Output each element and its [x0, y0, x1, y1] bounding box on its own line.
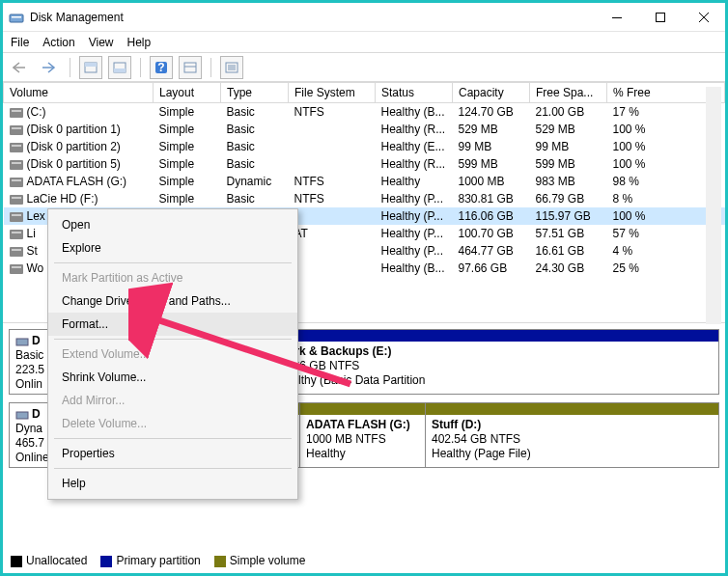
col-capacity[interactable]: Capacity [453, 83, 530, 103]
volume-row[interactable]: (C:)SimpleBasicNTFSHealthy (B...124.70 G… [4, 103, 725, 122]
svg-rect-1 [12, 16, 21, 18]
menubar: File Action View Help [3, 32, 725, 53]
svg-rect-21 [16, 412, 28, 419]
menu-action[interactable]: Action [42, 36, 74, 49]
list-button[interactable] [220, 56, 243, 79]
titlebar: Disk Management [3, 3, 725, 32]
volume-icon [10, 143, 23, 152]
svg-rect-0 [10, 14, 23, 22]
svg-rect-3 [656, 13, 664, 21]
ctx-open[interactable]: Open [48, 213, 297, 236]
ctx-delete: Delete Volume... [48, 412, 297, 435]
col-fs[interactable]: File System [289, 83, 376, 103]
volume-row[interactable]: (Disk 0 partition 5)SimpleBasicHealthy (… [4, 155, 725, 173]
ctx-help[interactable]: Help [48, 472, 297, 495]
help-button[interactable]: ? [150, 56, 173, 79]
svg-rect-9 [85, 63, 97, 67]
col-volume[interactable]: Volume [4, 83, 154, 103]
legend: Unallocated Primary partition Simple vol… [11, 554, 305, 567]
volume-icon [10, 160, 23, 170]
svg-rect-20 [16, 339, 28, 345]
column-headers[interactable]: Volume Layout Type File System Status Ca… [4, 83, 725, 103]
ctx-extend: Extend Volume... [48, 343, 297, 366]
scrollbar[interactable] [706, 87, 721, 324]
view-bottom-button[interactable] [108, 56, 131, 79]
forward-button[interactable] [38, 56, 61, 79]
ctx-mirror: Add Mirror... [48, 389, 297, 412]
app-icon [9, 10, 24, 25]
volume-row[interactable]: ADATA FLASH (G:)SimpleDynamicNTFSHealthy… [4, 173, 725, 190]
volume-icon [10, 178, 23, 187]
menu-view[interactable]: View [89, 36, 114, 49]
settings-button[interactable] [179, 56, 202, 79]
disk1-part3[interactable]: Stuff (D:)402.54 GB NTFSHealthy (Page Fi… [425, 403, 718, 467]
toolbar: ? [3, 53, 725, 82]
ctx-shrink[interactable]: Shrink Volume... [48, 366, 297, 389]
svg-rect-11 [114, 69, 126, 72]
volume-row[interactable]: (Disk 0 partition 1)SimpleBasicHealthy (… [4, 121, 725, 138]
col-layout[interactable]: Layout [154, 83, 221, 103]
disk1-part2[interactable]: ADATA FLASH (G:)1000 MB NTFSHealthy [299, 403, 425, 467]
col-status[interactable]: Status [376, 83, 453, 103]
ctx-properties[interactable]: Properties [48, 442, 297, 465]
back-button[interactable] [9, 56, 32, 79]
ctx-mark-active: Mark Partition as Active [48, 266, 297, 289]
volume-icon [10, 230, 23, 239]
maximize-button[interactable] [638, 3, 682, 31]
volume-icon [10, 247, 23, 257]
view-top-button[interactable] [79, 56, 102, 79]
volume-icon [10, 212, 23, 222]
col-free[interactable]: Free Spa... [530, 83, 607, 103]
ctx-change-letter[interactable]: Change Drive Letter and Paths... [48, 289, 297, 313]
context-menu: Open Explore Mark Partition as Active Ch… [47, 208, 298, 500]
svg-rect-2 [612, 17, 622, 18]
close-button[interactable] [682, 3, 725, 31]
minimize-button[interactable] [595, 3, 638, 31]
col-type[interactable]: Type [221, 83, 289, 103]
volume-icon [10, 125, 23, 135]
menu-file[interactable]: File [11, 36, 29, 49]
ctx-explore[interactable]: Explore [48, 236, 297, 260]
volume-row[interactable]: (Disk 0 partition 2)SimpleBasicHealthy (… [4, 138, 725, 155]
window-title: Disk Management [30, 11, 595, 24]
volume-row[interactable]: LaCie HD (F:)SimpleBasicNTFSHealthy (P..… [4, 190, 725, 207]
volume-icon [10, 264, 23, 274]
menu-help[interactable]: Help [127, 36, 152, 49]
svg-text:?: ? [157, 61, 164, 74]
volume-icon [10, 108, 23, 118]
disk-management-window: Disk Management File Action View Help ? … [0, 0, 728, 576]
disk0-part3[interactable]: Work & Backups (E:)97.66 GB NTFSHealthy … [270, 330, 718, 394]
volume-icon [10, 195, 23, 205]
svg-rect-14 [184, 63, 196, 72]
ctx-format[interactable]: Format... [48, 313, 297, 336]
